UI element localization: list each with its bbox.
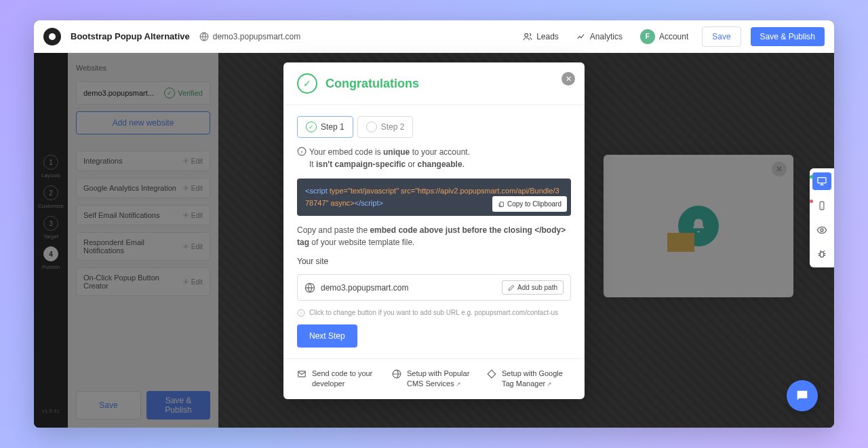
app-logo (43, 28, 61, 45)
congratulations-modal: ✓ Congratulations ✕ ✓Step 1 Step 2 Your … (283, 62, 585, 399)
visibility-button[interactable] (812, 221, 831, 239)
chat-widget-button[interactable] (787, 380, 818, 411)
svg-point-1 (525, 33, 528, 37)
globe-icon (392, 369, 401, 379)
tab-step1[interactable]: ✓Step 1 (297, 116, 353, 138)
bug-icon (816, 249, 827, 260)
check-icon: ✓ (306, 122, 317, 132)
svg-rect-12 (500, 202, 503, 206)
next-step-button[interactable]: Next Step (297, 324, 357, 348)
info-icon (297, 309, 305, 317)
svg-point-9 (821, 229, 823, 231)
mobile-icon (817, 201, 827, 210)
globe-icon (199, 32, 209, 41)
copy-button[interactable]: Copy to Clipboard (492, 196, 567, 212)
device-dock (810, 168, 834, 267)
cms-setup-link[interactable]: Setup with Popular CMS Services↗ (392, 369, 476, 390)
eye-icon (816, 225, 827, 236)
external-icon: ↗ (456, 381, 461, 388)
desktop-icon (816, 176, 827, 187)
chat-icon (795, 388, 810, 403)
paste-instruction: Copy and paste the embed code above just… (297, 224, 571, 248)
tag-icon (487, 369, 496, 379)
header-site-url[interactable]: demo3.popupsmart.com (199, 32, 300, 41)
pencil-icon (508, 284, 515, 291)
mobile-preview-button[interactable] (812, 197, 831, 214)
debug-button[interactable] (812, 246, 831, 263)
modal-title: Congratulations (326, 77, 419, 91)
check-icon (366, 122, 377, 132)
gtm-setup-link[interactable]: Setup with Google Tag Manager↗ (487, 369, 571, 390)
analytics-link[interactable]: Analytics (572, 29, 627, 44)
site-row: demo3.popupsmart.com Add sub path (297, 274, 571, 301)
users-icon (523, 32, 532, 41)
app-header: Bootstrap Popup Alternative demo3.popups… (34, 20, 834, 53)
svg-rect-8 (820, 202, 824, 210)
svg-rect-10 (820, 252, 823, 257)
app-title: Bootstrap Popup Alternative (71, 31, 190, 41)
external-icon: ↗ (547, 381, 552, 388)
clipboard-icon (498, 201, 505, 208)
account-link[interactable]: F Account (636, 26, 692, 47)
svg-rect-7 (818, 178, 826, 183)
analytics-icon (576, 32, 586, 41)
send-developer-link[interactable]: Send code to your developer (297, 369, 381, 390)
tab-step2[interactable]: Step 2 (357, 116, 414, 138)
desktop-preview-button[interactable] (812, 172, 831, 190)
avatar: F (640, 29, 655, 44)
add-subpath-button[interactable]: Add sub path (502, 280, 564, 295)
info-icon (297, 147, 307, 156)
your-site-label: Your site (297, 257, 571, 266)
subpath-hint: Click to change button if you want to ad… (297, 309, 571, 316)
mail-icon (297, 369, 307, 379)
globe-icon (304, 282, 315, 293)
publish-button[interactable]: Save & Publish (751, 27, 825, 46)
check-icon: ✓ (297, 73, 317, 94)
save-button[interactable]: Save (702, 26, 741, 47)
embed-code-box[interactable]: <script type="text/javascript" src="http… (297, 179, 571, 216)
modal-close-button[interactable]: ✕ (561, 72, 575, 86)
leads-link[interactable]: Leads (519, 29, 563, 44)
embed-info-text: Your embed code is unique to your accoun… (297, 146, 571, 170)
